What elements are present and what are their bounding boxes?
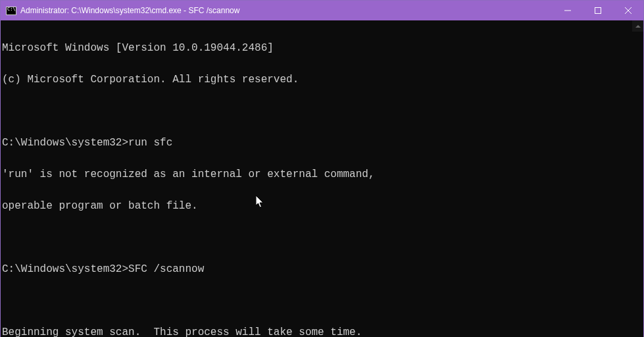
cmd-window: C:\ Administrator: C:\Windows\system32\c… [0,0,644,337]
close-button[interactable] [613,1,643,20]
cmd-icon: C:\ [6,5,16,16]
titlebar[interactable]: C:\ Administrator: C:\Windows\system32\c… [1,1,643,20]
terminal-output[interactable]: Microsoft Windows [Version 10.0.19044.24… [1,20,632,337]
prompt-line: C:\Windows\system32>SFC /scannow [2,264,632,274]
output-line: 'run' is not recognized as an internal o… [2,169,632,180]
output-line: operable program or batch file. [2,201,632,211]
output-line [2,232,632,243]
window-controls [553,1,643,20]
minimize-button[interactable] [553,1,583,20]
window-title: Administrator: C:\Windows\system32\cmd.e… [20,6,553,15]
prompt-line: C:\Windows\system32>run sfc [2,138,632,148]
vertical-scrollbar[interactable] [632,20,643,337]
output-line [2,296,632,306]
output-line: Microsoft Windows [Version 10.0.19044.24… [2,43,632,53]
svg-rect-1 [595,8,601,14]
output-line: (c) Microsoft Corporation. All rights re… [2,74,632,85]
output-line [2,106,632,117]
content-area: Microsoft Windows [Version 10.0.19044.24… [1,20,643,337]
scroll-up-button[interactable] [632,20,643,32]
output-line: Beginning system scan. This process will… [2,327,632,337]
maximize-button[interactable] [583,1,613,20]
